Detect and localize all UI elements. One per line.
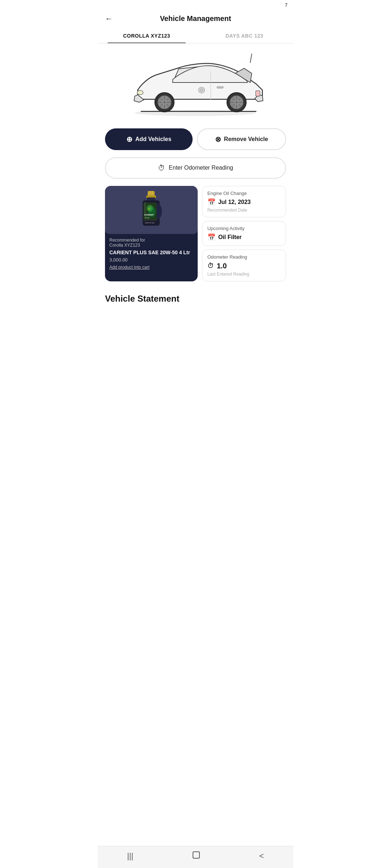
svg-rect-4 [256, 91, 260, 96]
calendar-icon: 📅 [207, 198, 215, 206]
svg-line-5 [250, 54, 252, 63]
tab-days[interactable]: DAYS ABC 123 [196, 29, 293, 43]
product-name: CARIENT PLUS SAE 20W-50 4 Ltr [109, 249, 193, 256]
engine-oil-date: 📅 Jul 12, 2023 [207, 198, 281, 206]
remove-icon: ⊗ [215, 135, 221, 144]
nav-back-icon[interactable]: < [259, 851, 264, 861]
odometer-reading-card[interactable]: Odometer Reading ⏱ 1.0 Last Entered Read… [202, 250, 286, 281]
tabs: COROLLA XYZ123 DAYS ABC 123 [98, 29, 293, 43]
odometer-icon: ⏱ [207, 262, 214, 270]
nav-home-icon[interactable] [192, 851, 201, 861]
add-icon: ⊕ [126, 135, 133, 144]
svg-text:PLUS: PLUS [145, 217, 150, 219]
oil-bottle-svg: C CARIENT PLUS 20W-50 4Ltr [138, 191, 165, 229]
product-card: C CARIENT PLUS 20W-50 4Ltr Recommended f… [105, 186, 198, 281]
odometer-button-icon: ⏱ [158, 164, 165, 172]
info-section: C CARIENT PLUS 20W-50 4Ltr Recommended f… [98, 182, 293, 285]
car-illustration-section [98, 43, 293, 121]
engine-oil-title: Engine Oil Change [207, 191, 281, 196]
svg-rect-2 [217, 86, 223, 88]
product-price: 3,000.00 [109, 257, 193, 263]
engine-oil-card[interactable]: Engine Oil Change 📅 Jul 12, 2023 Recomme… [202, 186, 286, 217]
add-to-cart-link[interactable]: Add product into cart [109, 265, 193, 270]
info-cards: Engine Oil Change 📅 Jul 12, 2023 Recomme… [202, 186, 286, 281]
calendar-icon-2: 📅 [207, 233, 215, 241]
upcoming-activity-title: Upcoming Activity [207, 226, 281, 231]
nav-menu-icon[interactable]: ||| [127, 851, 133, 861]
action-buttons: ⊕ Add Vehicles ⊗ Remove Vehicle [98, 121, 293, 154]
svg-rect-36 [144, 202, 146, 216]
product-recommended-label: Recommended for Corolla XYZ123 [109, 238, 193, 248]
odometer-reading-sub: Last Entered Reading [207, 272, 281, 277]
svg-point-3 [137, 90, 143, 95]
upcoming-activity-value: 📅 Oil Filter [207, 233, 281, 241]
page-title: Vehicle Management [160, 14, 231, 23]
odometer-reading-title: Odometer Reading [207, 254, 281, 260]
svg-rect-37 [193, 852, 199, 858]
tab-corolla[interactable]: COROLLA XYZ123 [98, 29, 196, 43]
vehicle-statement-section: Vehicle Statement [98, 285, 293, 308]
svg-rect-23 [148, 191, 155, 196]
upcoming-activity-card[interactable]: Upcoming Activity 📅 Oil Filter [202, 221, 286, 246]
status-bar: 7 [98, 0, 293, 10]
back-button[interactable]: ← [105, 14, 113, 24]
odometer-button[interactable]: ⏱ Enter Odometer Reading [105, 157, 286, 179]
svg-text:20W-50 4Ltr: 20W-50 4Ltr [145, 222, 155, 224]
engine-oil-sub: Recommended Date [207, 208, 281, 213]
vehicle-statement-title: Vehicle Statement [105, 294, 286, 304]
remove-vehicle-button[interactable]: ⊗ Remove Vehicle [197, 128, 286, 150]
product-image: C CARIENT PLUS 20W-50 4Ltr [105, 186, 198, 234]
car-svg [119, 51, 272, 118]
bottom-navigation: ||| < [98, 846, 293, 868]
svg-point-21 [200, 89, 203, 92]
status-signal: 7 [285, 3, 287, 8]
header: ← Vehicle Management [98, 10, 293, 29]
add-vehicles-button[interactable]: ⊕ Add Vehicles [105, 128, 193, 150]
odometer-reading-value: ⏱ 1.0 [207, 262, 281, 270]
product-info: Recommended for Corolla XYZ123 CARIENT P… [105, 234, 198, 270]
svg-rect-34 [143, 220, 157, 221]
